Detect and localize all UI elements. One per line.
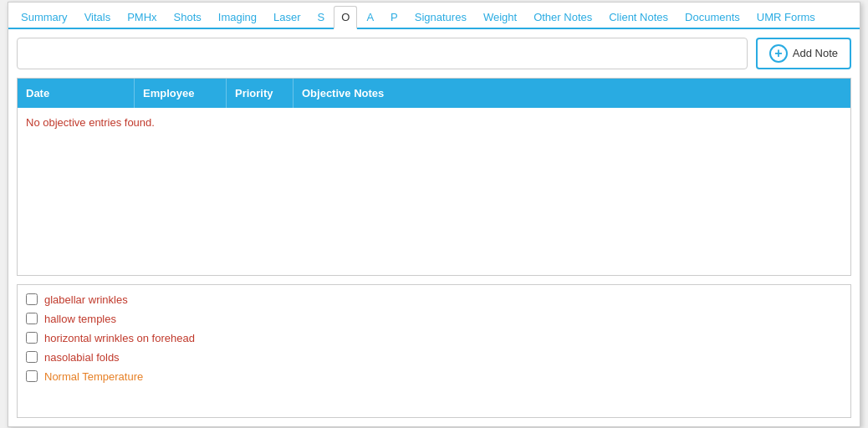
add-note-button[interactable]: + Add Note [756,38,851,69]
checklist-label-2[interactable]: horizontal wrinkles on forehead [44,332,195,344]
checklist: glabellar wrinkleshallow templeshorizont… [17,284,851,418]
tab-o[interactable]: O [334,6,357,29]
tab-umr-forms[interactable]: UMR Forms [749,6,823,28]
add-note-label: Add Note [793,47,838,59]
search-bar: + Add Note [17,38,851,69]
tab-weight[interactable]: Weight [476,6,524,28]
checklist-item: glabellar wrinkles [26,293,842,306]
tab-client-notes[interactable]: Client Notes [601,6,676,28]
search-input[interactable] [17,38,748,69]
checklist-label-0[interactable]: glabellar wrinkles [44,293,128,306]
checklist-checkbox-2[interactable] [26,332,38,344]
col-employee: Employee [135,79,227,108]
table-body: No objective entries found. [18,108,850,275]
tab-imaging[interactable]: Imaging [211,6,264,28]
tab-signatures[interactable]: Signatures [407,6,474,28]
tab-p[interactable]: P [383,6,406,28]
checklist-item: nasolabial folds [26,351,842,364]
checklist-checkbox-4[interactable] [26,370,38,382]
checklist-item: horizontal wrinkles on forehead [26,332,842,344]
checklist-item: hallow temples [26,313,842,325]
checklist-checkbox-0[interactable] [26,293,38,305]
tab-shots[interactable]: Shots [166,6,209,28]
checklist-label-1[interactable]: hallow temples [44,313,116,325]
tab-bar: SummaryVitalsPMHxShotsImagingLaserSOAPSi… [8,3,860,29]
checklist-checkbox-3[interactable] [26,351,38,363]
col-priority: Priority [227,79,294,108]
plus-icon: + [769,44,788,63]
tab-other-notes[interactable]: Other Notes [526,6,600,28]
col-objective-notes: Objective Notes [294,79,850,108]
tab-s[interactable]: S [310,6,333,28]
tab-summary[interactable]: Summary [13,6,75,28]
tab-documents[interactable]: Documents [677,6,748,28]
tab-pmhx[interactable]: PMHx [120,6,164,28]
col-date: Date [18,79,135,108]
objective-table: Date Employee Priority Objective Notes N… [17,78,851,276]
main-content: + Add Note Date Employee Priority Object… [8,29,860,426]
tab-a[interactable]: A [359,6,381,28]
tab-vitals[interactable]: Vitals [77,6,119,28]
checklist-label-3[interactable]: nasolabial folds [44,351,120,364]
empty-message: No objective entries found. [26,116,155,129]
main-window: SummaryVitalsPMHxShotsImagingLaserSOAPSi… [8,2,860,427]
tab-laser[interactable]: Laser [266,6,309,28]
checklist-label-4[interactable]: Normal Temperature [44,370,143,383]
checklist-checkbox-1[interactable] [26,313,38,324]
table-header: Date Employee Priority Objective Notes [18,79,850,108]
checklist-item: Normal Temperature [26,370,842,383]
